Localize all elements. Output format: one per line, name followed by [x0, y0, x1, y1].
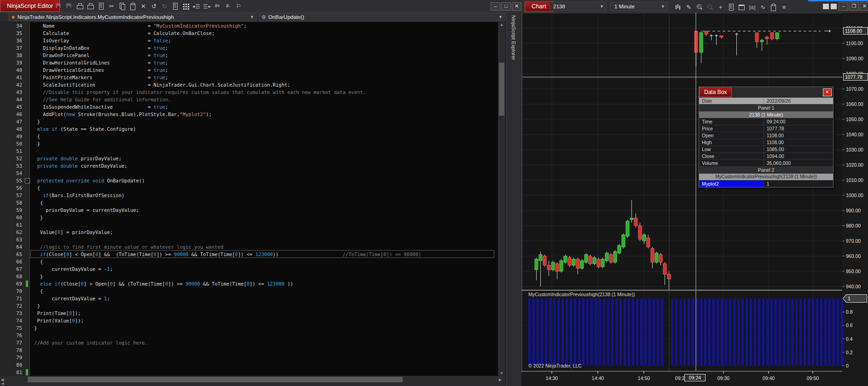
scroll-left-icon[interactable]: ◀: [1, 378, 4, 382]
view-code-icon[interactable]: [171, 2, 179, 10]
drawing-tools-icon[interactable]: ✎: [685, 3, 693, 11]
compile-icon[interactable]: [182, 2, 190, 10]
crosshair-icon[interactable]: +: [717, 3, 724, 11]
code-line[interactable]: 74 Print(Value[0]);: [0, 317, 498, 324]
code-line[interactable]: 38 DrawOnPricePanel = true;: [0, 52, 498, 59]
code-line[interactable]: 66 {: [0, 258, 498, 265]
restore-icon[interactable]: ❐: [849, 2, 859, 11]
fold-toggle-icon[interactable]: −: [25, 178, 30, 183]
code-line[interactable]: 47 }: [0, 118, 498, 125]
scroll-up-icon[interactable]: ▲: [498, 23, 505, 27]
code-line[interactable]: 46 AddPlot(new Stroke(Brushes.Blue),Plot…: [0, 111, 498, 118]
code-line[interactable]: 60 }: [0, 214, 498, 221]
zoom-in-icon[interactable]: +: [695, 3, 703, 11]
code-line[interactable]: 36 IsOverlay = false;: [0, 37, 498, 44]
instrument-selector[interactable]: 2138 ▼: [549, 2, 607, 11]
code-line[interactable]: 57 if(Bars.IsFirstBarOfSession): [0, 192, 498, 199]
maximize-icon[interactable]: □: [501, 2, 511, 11]
code-line[interactable]: 53 private double currentDayValue;: [0, 162, 498, 170]
code-line[interactable]: 55− protected override void OnBarUpdate(…: [0, 177, 498, 184]
chart-style-icon[interactable]: [674, 3, 682, 11]
data-box-window[interactable]: Data Box ✕ Date2022/09/26Panel 12138 (1 …: [699, 87, 833, 187]
copy-icon[interactable]: [118, 2, 126, 10]
tile-icon[interactable]: [823, 4, 829, 9]
code-horizontal-scrollbar[interactable]: ◀ ▶: [0, 376, 505, 383]
code-line[interactable]: 78: [0, 346, 498, 354]
data-box-icon[interactable]: [727, 3, 735, 11]
cut-icon[interactable]: ✂: [108, 2, 116, 10]
code-line[interactable]: 39 DrawHorizontalGridLines = true;: [0, 59, 498, 66]
scroll-down-icon[interactable]: ▼: [498, 371, 505, 375]
code-line[interactable]: 44 //See Help Guide for additional infor…: [0, 96, 498, 103]
code-line[interactable]: 42 ScaleJustification = NinjaTrader.Gui.…: [0, 81, 498, 88]
code-line[interactable]: 50 }: [0, 140, 498, 147]
print-preview-icon[interactable]: [87, 2, 94, 10]
references-icon[interactable]: ⚐: [235, 2, 243, 10]
code-line[interactable]: 72 }: [0, 302, 498, 310]
code-line[interactable]: 63: [0, 236, 498, 243]
scroll-left-icon[interactable]: ◀: [1, 382, 4, 386]
code-editor[interactable]: 34 Name = "MyCustomIndicatorPrevioushigh…: [0, 22, 498, 376]
code-line[interactable]: 77 //Add your custom indicator logic her…: [0, 339, 498, 346]
indent-icon[interactable]: [203, 2, 211, 10]
code-line[interactable]: 54: [0, 170, 498, 177]
indicators-icon[interactable]: [748, 3, 756, 11]
code-line[interactable]: 37 DisplayInDataBox = true;: [0, 44, 498, 52]
close-icon[interactable]: ✕: [823, 88, 832, 96]
code-line[interactable]: 51: [0, 147, 498, 155]
code-line[interactable]: 61: [0, 221, 498, 228]
code-line[interactable]: 68 }: [0, 273, 498, 280]
code-line[interactable]: 67 currentDayValue = -1;: [0, 265, 498, 273]
code-line[interactable]: 81: [0, 368, 498, 376]
scrollbar-thumb[interactable]: [499, 63, 504, 116]
code-line[interactable]: 69 else if(Close[0] > Open[0] && (ToTime…: [0, 280, 498, 287]
code-line[interactable]: 45 IsSuspendedWhileInactive = true;: [0, 103, 498, 111]
market-analyzer-icon[interactable]: [770, 3, 777, 11]
code-line[interactable]: 48 else if (State == State.Configure): [0, 125, 498, 133]
minimize-icon[interactable]: –: [491, 2, 500, 11]
paste-icon[interactable]: [129, 2, 137, 10]
outdent-icon[interactable]: [192, 2, 200, 10]
print-icon[interactable]: [76, 2, 84, 10]
code-line[interactable]: 52 private double priorDayValue;: [0, 155, 498, 162]
class-selector[interactable]: ❖ NinjaTrader.NinjaScript.Indicators.MyC…: [8, 13, 257, 21]
code-line[interactable]: 80: [0, 361, 498, 368]
code-vertical-scrollbar[interactable]: ▲ ▼: [498, 22, 505, 376]
close-icon[interactable]: ✕: [860, 2, 868, 11]
code-line[interactable]: 71 currentDayValue = 1;: [0, 295, 498, 302]
comment-icon[interactable]: //+: [214, 2, 221, 10]
method-selector[interactable]: ⚙ OnBarUpdate() ▼: [259, 13, 505, 21]
page-setup-icon[interactable]: [97, 2, 105, 10]
code-line[interactable]: 75 }: [0, 324, 498, 332]
scroll-right-icon[interactable]: ▶: [499, 378, 502, 382]
code-line[interactable]: 56 {: [0, 184, 498, 192]
code-line[interactable]: 79: [0, 354, 498, 361]
code-line[interactable]: 40 DrawVerticalGridLines = true;: [0, 66, 498, 74]
interval-selector[interactable]: 1 Minute ▼: [610, 2, 668, 11]
code-line[interactable]: 43 //Disable this property if your indic…: [0, 88, 498, 96]
strategies-icon[interactable]: ∿: [759, 3, 767, 11]
chart-trader-icon[interactable]: [738, 3, 746, 11]
properties-icon[interactable]: ≡: [780, 3, 788, 11]
code-line[interactable]: 41 PaintPriceMarkers = true;: [0, 74, 498, 81]
scrollbar-thumb[interactable]: [28, 377, 403, 382]
code-line[interactable]: 58 {: [0, 199, 498, 206]
code-line[interactable]: 49 {: [0, 133, 498, 140]
code-line[interactable]: 70 {: [0, 287, 498, 295]
undo-icon[interactable]: ↺: [150, 2, 158, 10]
minimize-icon[interactable]: –: [839, 2, 848, 11]
tile-icon[interactable]: [831, 4, 837, 9]
close-icon[interactable]: ✕: [512, 2, 521, 11]
code-line[interactable]: 76: [0, 332, 498, 339]
data-box-title-bar[interactable]: Data Box ✕: [699, 87, 833, 97]
code-line[interactable]: 35 Calculate = Calculate.OnBarClose;: [0, 29, 498, 37]
code-line[interactable]: 62 Value[0] = priorDayValue;: [0, 228, 498, 236]
chart-canvas[interactable]: [521, 13, 868, 386]
code-line[interactable]: 73 Print(Time[0]);: [0, 310, 498, 317]
ninjascript-explorer-tab[interactable]: NinjaScript Explorer: [506, 12, 522, 386]
delete-icon[interactable]: ✕: [139, 2, 147, 10]
uncomment-icon[interactable]: //-: [224, 2, 232, 10]
code-line[interactable]: 34 Name = "MyCustomIndicatorPrevioushigh…: [0, 22, 498, 29]
code-line[interactable]: 59 priorDayValue = currentDayValue;: [0, 206, 498, 214]
code-line[interactable]: 64 //logic to find first minute value or…: [0, 243, 498, 251]
